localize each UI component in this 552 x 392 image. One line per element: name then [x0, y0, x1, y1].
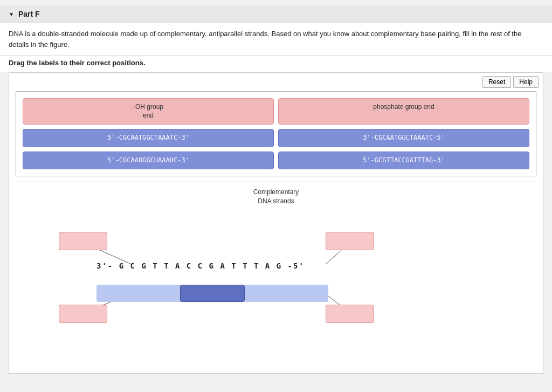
- drop-box-top-right[interactable]: [326, 232, 374, 250]
- top-controls: Reset Help: [9, 73, 543, 91]
- complement-inner-box[interactable]: [180, 285, 245, 302]
- diagram-section: Complementary DNA strands: [16, 182, 536, 367]
- label-oh-group[interactable]: -OH group end: [23, 98, 274, 125]
- chevron-icon[interactable]: ▼: [9, 11, 14, 17]
- description-text: DNA is a double-stranded molecule made u…: [9, 30, 521, 49]
- drop-box-bottom-right[interactable]: [326, 305, 374, 323]
- top-strand-label: 3'- G C G T T A C C G A T T T A G -5': [96, 262, 305, 270]
- drop-box-top-left[interactable]: [59, 232, 107, 250]
- instructions: Drag the labels to their correct positio…: [0, 56, 552, 72]
- page-wrapper: ▼ Part F DNA is a double-stranded molecu…: [0, 0, 552, 379]
- label-seq1[interactable]: 5'-CGCAATGGCTAAATC-3': [23, 129, 274, 147]
- complement-bar: [96, 285, 328, 302]
- part-title: Part F: [18, 10, 40, 18]
- help-button[interactable]: Help: [513, 76, 539, 88]
- content-box: Reset Help -OH group end phosphate group…: [9, 72, 543, 374]
- drop-box-bottom-left[interactable]: [59, 305, 107, 323]
- reset-button[interactable]: Reset: [482, 76, 511, 88]
- labels-section: -OH group end phosphate group end 5'-CGC…: [16, 91, 536, 176]
- part-header: ▼ Part F: [0, 5, 552, 23]
- label-seq4[interactable]: 5'-GCGTTACCGATTTAG-3': [278, 152, 529, 170]
- complementary-label: Complementary DNA strands: [16, 188, 536, 206]
- label-seq2[interactable]: 3'-CGCAATGGCTAAATC-5': [278, 129, 529, 147]
- label-seq3[interactable]: 5'-CGCAAUGGCUAAAUC-3': [23, 152, 274, 170]
- description-area: DNA is a double-stranded molecule made u…: [0, 23, 552, 56]
- dna-diagram: 3'- G C G T T A C C G A T T T A G -5': [16, 210, 536, 361]
- label-phosphate-group[interactable]: phosphate group end: [278, 98, 529, 125]
